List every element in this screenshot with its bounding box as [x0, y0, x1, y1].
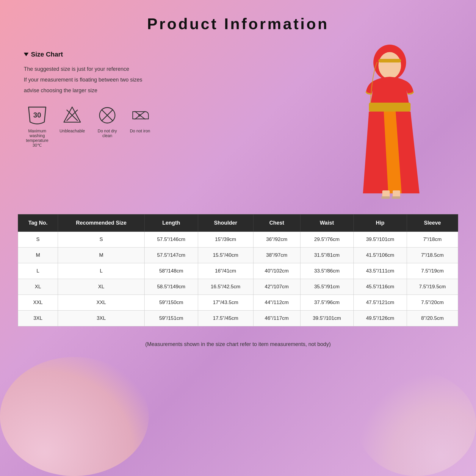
page-title: Product Information	[0, 0, 476, 33]
table-cell: 59"/151cm	[145, 311, 198, 326]
table-cell: 7"/18.5cm	[407, 248, 458, 263]
col-header-length: Length	[145, 214, 198, 232]
svg-rect-14	[369, 103, 411, 112]
table-cell: 3XL	[18, 311, 58, 326]
table-row: MM57.5"/147cm15.5"/40cm38"/97cm31.5"/81c…	[18, 248, 458, 263]
table-cell: 16"/41cm	[198, 263, 253, 279]
no-dry-clean-icon	[98, 106, 117, 125]
col-header-rec-size: Recommended Size	[58, 214, 144, 232]
wash-icon: 30	[27, 106, 47, 125]
svg-text:30: 30	[33, 111, 41, 119]
table-row: SS57.5"/146cm15"/39cm36"/92cm29.5"/76cm3…	[18, 232, 458, 248]
table-cell: XL	[58, 279, 144, 295]
table-cell: 58.5"/149cm	[145, 279, 198, 295]
table-cell: 57.5"/147cm	[145, 248, 198, 263]
table-cell: 7.5"/20cm	[407, 295, 458, 311]
table-cell: M	[58, 248, 144, 263]
table-cell: 41.5"/106cm	[353, 248, 407, 263]
no-iron-icon	[130, 106, 150, 125]
table-row: XLXL58.5"/149cm16.5"/42.5cm42"/107cm35.5…	[18, 279, 458, 295]
table-cell: 39.5"/101cm	[353, 232, 407, 248]
svg-rect-17	[381, 196, 390, 199]
table-cell: 3XL	[58, 311, 144, 326]
table-cell: 17.5"/45cm	[198, 311, 253, 326]
table-cell: 16.5"/42.5cm	[198, 279, 253, 295]
col-header-chest: Chest	[253, 214, 300, 232]
table-cell: 58"/148cm	[145, 263, 198, 279]
table-cell: 46"/117cm	[253, 311, 300, 326]
table-row: LL58"/148cm16"/41cm40"/102cm33.5"/86cm43…	[18, 263, 458, 279]
table-cell: M	[18, 248, 58, 263]
table-cell: XXL	[58, 295, 144, 311]
no-dry-clean-label: Do not dry clean	[94, 129, 121, 138]
table-cell: 38"/97cm	[253, 248, 300, 263]
table-cell: L	[58, 263, 144, 279]
table-cell: 37.5"/96cm	[300, 295, 353, 311]
col-header-sleeve: Sleeve	[407, 214, 458, 232]
care-item-no-iron: Do not iron	[130, 105, 151, 133]
col-header-waist: Waist	[300, 214, 353, 232]
care-item-no-bleach: Unbleachable	[60, 105, 85, 133]
table-header: Tag No. Recommended Size Length Shoulder…	[18, 214, 458, 232]
table-cell: 42"/107cm	[253, 279, 300, 295]
table-cell: S	[18, 232, 58, 248]
wash-symbol: 30	[27, 105, 48, 126]
table-cell: 29.5"/76cm	[300, 232, 353, 248]
table-cell: XL	[18, 279, 58, 295]
table-cell: 45.5"/116cm	[353, 279, 407, 295]
top-section: Size Chart The suggested size is just fo…	[0, 33, 476, 208]
desc-line-3: advise choosing the larger size	[24, 85, 315, 96]
care-item-no-dry-clean: Do not dry clean	[94, 105, 121, 138]
table-cell: 44"/112cm	[253, 295, 300, 311]
svg-marker-1	[64, 107, 81, 122]
no-iron-symbol	[130, 105, 151, 126]
desc-line-2: If your measurement is floating between …	[24, 74, 315, 85]
no-iron-label: Do not iron	[130, 129, 150, 133]
table-cell: 35.5"/91cm	[300, 279, 353, 295]
fur-decoration-left	[0, 357, 149, 476]
table-cell: 7"/18cm	[407, 232, 458, 248]
triangle-icon	[24, 53, 29, 56]
left-content: Size Chart The suggested size is just fo…	[24, 45, 315, 199]
table-cell: 43.5"/111cm	[353, 263, 407, 279]
table-cell: 31.5"/81cm	[300, 248, 353, 263]
table-cell: 8"/20.5cm	[407, 311, 458, 326]
table-row: XXLXXL59"/150cm17"/43.5cm44"/112cm37.5"/…	[18, 295, 458, 311]
table-cell: XXL	[18, 295, 58, 311]
no-dry-clean-symbol	[97, 105, 118, 126]
table-body: SS57.5"/146cm15"/39cm36"/92cm29.5"/76cm3…	[18, 232, 458, 326]
fur-decoration-right	[357, 372, 476, 476]
table-cell: 15.5"/40cm	[198, 248, 253, 263]
size-table: Tag No. Recommended Size Length Shoulder…	[18, 214, 458, 326]
table-cell: 40"/102cm	[253, 263, 300, 279]
size-chart-label: Size Chart	[31, 51, 63, 58]
table-cell: 33.5"/86cm	[300, 263, 353, 279]
footer-note: (Measurements shown in the size chart re…	[0, 341, 476, 359]
size-chart-description: The suggested size is just for your refe…	[24, 64, 315, 96]
costume-illustration	[333, 45, 446, 199]
svg-rect-18	[392, 196, 400, 199]
footer-note-text: (Measurements shown in the size chart re…	[145, 341, 331, 347]
col-header-shoulder: Shoulder	[198, 214, 253, 232]
no-bleach-label: Unbleachable	[60, 129, 85, 133]
care-item-wash: 30 Maximum washing temperature 30℃	[24, 105, 51, 148]
table-cell: 17"/43.5cm	[198, 295, 253, 311]
table-cell: 39.5"/101cm	[300, 311, 353, 326]
right-content	[327, 45, 452, 199]
product-image	[333, 45, 446, 199]
size-chart-heading: Size Chart	[24, 51, 315, 58]
table-cell: L	[18, 263, 58, 279]
header-row: Tag No. Recommended Size Length Shoulder…	[18, 214, 458, 232]
table-cell: 36"/92cm	[253, 232, 300, 248]
table-section: Tag No. Recommended Size Length Shoulder…	[0, 208, 476, 332]
desc-line-1: The suggested size is just for your refe…	[24, 64, 315, 74]
table-cell: 15"/39cm	[198, 232, 253, 248]
table-row: 3XL3XL59"/151cm17.5"/45cm46"/117cm39.5"/…	[18, 311, 458, 326]
table-cell: 7.5"/19.5cm	[407, 279, 458, 295]
no-bleach-symbol	[62, 105, 83, 126]
col-header-tag: Tag No.	[18, 214, 58, 232]
table-cell: 7.5"/19cm	[407, 263, 458, 279]
table-cell: S	[58, 232, 144, 248]
svg-point-12	[378, 52, 401, 79]
table-cell: 49.5"/126cm	[353, 311, 407, 326]
